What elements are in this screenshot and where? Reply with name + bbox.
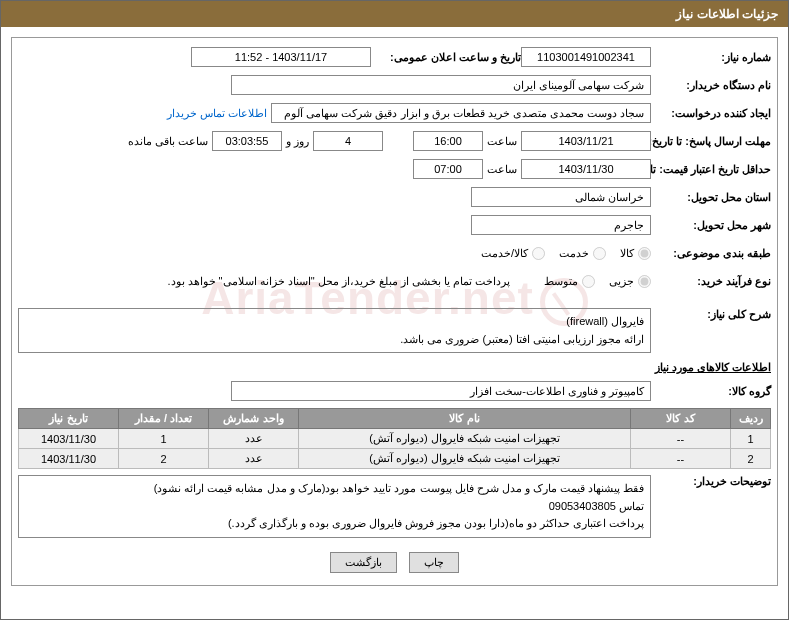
items-table: ردیف کد کالا نام کالا واحد شمارش تعداد /… [18,408,771,469]
topic-radiogroup: کالا خدمت کالا/خدمت [471,247,651,260]
th-code: کد کالا [631,409,731,429]
price-valid-date: 1403/11/30 [521,159,651,179]
province-label: استان محل تحویل: [651,191,771,204]
radio-goods [638,247,651,260]
cell-code: -- [631,449,731,469]
resp-due-label: مهلت ارسال پاسخ: تا تاریخ: [651,135,771,148]
price-valid-label: حداقل تاریخ اعتبار قیمت: تا تاریخ: [651,163,771,176]
province-field: خراسان شمالی [471,187,651,207]
th-row: ردیف [731,409,771,429]
days-left: 4 [313,131,383,151]
requester-label: ایجاد کننده درخواست: [651,107,771,120]
need-no-field: 1103001491002341 [521,47,651,67]
cell-date: 1403/11/30 [19,449,119,469]
radio-both [532,247,545,260]
time-label-1: ساعت [483,135,521,148]
announce-field: 1403/11/17 - 11:52 [191,47,371,67]
countdown: 03:03:55 [212,131,282,151]
time-label-2: ساعت [483,163,521,176]
radio-medium-label: متوسط [544,275,578,288]
buyer-notes-label: توضیحات خریدار: [651,475,771,488]
proc-label: نوع فرآیند خرید: [651,275,771,288]
price-valid-time: 07:00 [413,159,483,179]
resp-due-time: 16:00 [413,131,483,151]
group-field: کامپیوتر و فناوری اطلاعات-سخت افزار [231,381,651,401]
need-no-label: شماره نیاز: [651,51,771,64]
th-date: تاریخ نیاز [19,409,119,429]
proc-radiogroup: جزیی متوسط [534,275,651,288]
cell-qty: 2 [119,449,209,469]
radio-medium [582,275,595,288]
buyer-org-label: نام دستگاه خریدار: [651,79,771,92]
cell-n: 2 [731,449,771,469]
radio-partial-label: جزیی [609,275,634,288]
th-unit: واحد شمارش [209,409,299,429]
back-button[interactable]: بازگشت [330,552,397,573]
day-word: روز و [282,135,313,148]
cell-n: 1 [731,429,771,449]
cell-qty: 1 [119,429,209,449]
radio-service-label: خدمت [559,247,589,260]
items-section-title: اطلاعات کالاهای مورد نیاز [18,361,771,374]
buyer-org-field: شرکت سهامی آلومینای ایران [231,75,651,95]
cell-date: 1403/11/30 [19,429,119,449]
remain-label: ساعت باقی مانده [124,135,212,148]
cell-unit: عدد [209,449,299,469]
print-button[interactable]: چاپ [409,552,459,573]
city-label: شهر محل تحویل: [651,219,771,232]
desc-field: فایروال (firewall) ارائه مجوز ارزیابی ام… [18,308,651,353]
th-name: نام کالا [299,409,631,429]
cell-name: تجهیزات امنیت شبکه فایروال (دیواره آتش) [299,449,631,469]
group-label: گروه کالا: [651,385,771,398]
resp-due-date: 1403/11/21 [521,131,651,151]
cell-unit: عدد [209,429,299,449]
desc-label: شرح کلی نیاز: [651,308,771,321]
city-field: جاجرم [471,215,651,235]
th-qty: تعداد / مقدار [119,409,209,429]
main-panel: شماره نیاز: 1103001491002341 تاریخ و ساع… [11,37,778,586]
proc-note: پرداخت تمام یا بخشی از مبلغ خرید،از محل … [163,275,514,288]
announce-label: تاریخ و ساعت اعلان عمومی: [371,51,521,64]
buyer-notes-field: فقط پیشنهاد قیمت مارک و مدل شرح فایل پیو… [18,475,651,538]
radio-partial [638,275,651,288]
radio-goods-label: کالا [620,247,634,260]
contact-buyer-link[interactable]: اطلاعات تماس خریدار [163,107,271,120]
table-row: 2--تجهیزات امنیت شبکه فایروال (دیواره آت… [19,449,771,469]
cell-code: -- [631,429,731,449]
table-row: 1--تجهیزات امنیت شبکه فایروال (دیواره آت… [19,429,771,449]
radio-service [593,247,606,260]
radio-both-label: کالا/خدمت [481,247,528,260]
topic-label: طبقه بندی موضوعی: [651,247,771,260]
requester-field: سجاد دوست محمدی متصدی خرید قطعات برق و ا… [271,103,651,123]
cell-name: تجهیزات امنیت شبکه فایروال (دیواره آتش) [299,429,631,449]
page-header: جزئیات اطلاعات نیاز [1,1,788,27]
